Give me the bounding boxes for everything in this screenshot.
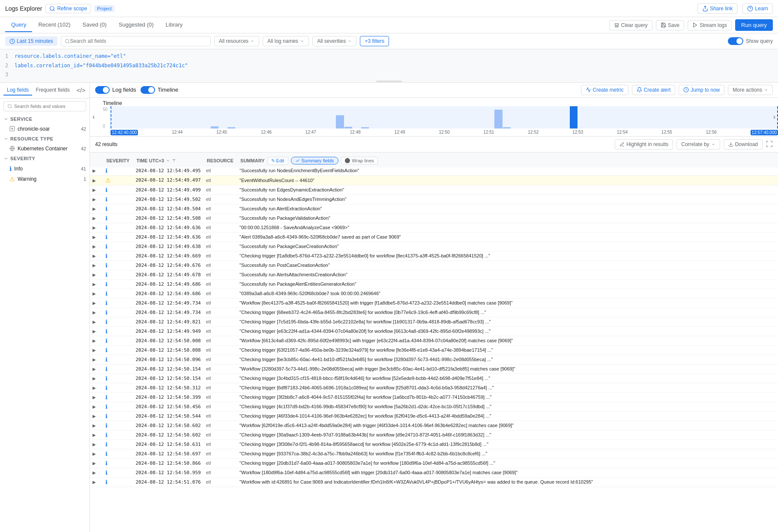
- expand-row-chevron[interactable]: ▶: [93, 272, 96, 277]
- expand-row-chevron[interactable]: ▶: [93, 480, 96, 484]
- severity-section-header[interactable]: SEVERITY: [0, 153, 90, 164]
- more-actions-button[interactable]: More actions: [728, 85, 773, 95]
- timeline-prev-button[interactable]: ‹: [91, 111, 96, 123]
- log-fields-tab[interactable]: Log fields: [3, 85, 32, 96]
- expand-row-chevron[interactable]: ▶: [93, 461, 96, 466]
- expand-row-chevron[interactable]: ▶: [93, 291, 96, 296]
- expand-row-chevron[interactable]: ▶: [93, 376, 96, 381]
- correlate-by-button[interactable]: Correlate by: [676, 139, 720, 149]
- expand-row-chevron[interactable]: ▶: [93, 178, 96, 183]
- query-line-1[interactable]: resource.labels.container_name="etl": [15, 52, 126, 61]
- time-filter[interactable]: Last 15 minutes: [5, 36, 57, 46]
- edit-button[interactable]: ✎ Edit: [267, 157, 288, 165]
- expand-row-chevron[interactable]: ▶: [93, 197, 96, 202]
- expand-row-chevron[interactable]: ▶: [93, 168, 96, 173]
- expand-row-chevron[interactable]: ▶: [93, 338, 96, 343]
- resource-cell: etl: [203, 421, 237, 430]
- wrap-lines-button[interactable]: Wrap lines: [341, 157, 378, 164]
- timeline-bar[interactable]: [361, 127, 369, 128]
- timeline-switch[interactable]: [141, 86, 155, 94]
- expand-row-chevron[interactable]: ▶: [93, 188, 96, 192]
- plus-filters-button[interactable]: +3 filters: [360, 36, 389, 46]
- expand-row-chevron[interactable]: ▶: [93, 329, 96, 334]
- resource-type-item-kubernetes[interactable]: Kubernetes Container 42: [0, 144, 90, 153]
- expand-row-chevron[interactable]: ▶: [93, 414, 96, 418]
- severity-item-info[interactable]: ℹ Info 41: [0, 164, 90, 174]
- expand-row-chevron[interactable]: ▶: [93, 320, 96, 324]
- learn-button[interactable]: Learn: [742, 3, 773, 14]
- summary-fields-button[interactable]: Summary fields: [291, 157, 339, 164]
- query-line-2[interactable]: labels.correlation_id="f044b4be0491495a8…: [15, 61, 188, 71]
- expand-row-chevron[interactable]: ▶: [93, 310, 96, 315]
- expand-row-chevron[interactable]: ▶: [93, 442, 96, 447]
- show-query-toggle[interactable]: Show query: [728, 37, 773, 45]
- learn-icon: [747, 6, 753, 12]
- timeline-bar[interactable]: [227, 127, 235, 128]
- expand-row-chevron[interactable]: ▶: [93, 263, 96, 268]
- expand-row-chevron[interactable]: ▶: [93, 282, 96, 287]
- log-names-filter[interactable]: All log names: [263, 36, 309, 46]
- tab-recent[interactable]: Recent (102): [32, 18, 76, 32]
- summary-cell: "Successfully run NodesAndEdgesTrimmingA…: [237, 194, 778, 204]
- expand-row-chevron[interactable]: ▶: [93, 433, 96, 437]
- expand-row-chevron[interactable]: ▶: [93, 423, 96, 428]
- expand-row-chevron[interactable]: ▶: [93, 451, 96, 456]
- frequent-fields-tab[interactable]: Frequent fields: [32, 85, 73, 96]
- expand-row-chevron[interactable]: ▶: [93, 386, 96, 390]
- expand-row-chevron[interactable]: ▶: [93, 254, 96, 258]
- expand-row-chevron[interactable]: ▶: [93, 301, 96, 305]
- stream-logs-button[interactable]: Stream logs: [688, 20, 732, 30]
- code-icon[interactable]: </>: [76, 86, 86, 95]
- clear-query-button[interactable]: Clear query: [609, 20, 652, 30]
- search-fields-input[interactable]: [14, 104, 82, 109]
- timeline-bar[interactable]: [344, 127, 352, 129]
- severity-item-warning[interactable]: ⚠ Warning 1: [0, 174, 90, 184]
- summary-cell: "Checking trigger [30a9aacf-1309-4eeb-97…: [237, 430, 778, 439]
- create-metric-button[interactable]: Create metric: [581, 85, 628, 95]
- search-all-fields-input[interactable]: [70, 38, 206, 44]
- severities-filter[interactable]: All severities: [312, 36, 356, 46]
- expand-row-chevron[interactable]: ▶: [93, 244, 96, 249]
- expand-row-chevron[interactable]: ▶: [93, 470, 96, 475]
- timeline-bar[interactable]: [494, 110, 502, 128]
- col-header-time[interactable]: TIME UTC+3: [133, 154, 203, 168]
- service-section-header[interactable]: SERVICE: [0, 114, 90, 124]
- tab-saved[interactable]: Saved (0): [77, 18, 113, 32]
- expand-row-chevron[interactable]: ▶: [93, 395, 96, 400]
- download-button[interactable]: Download: [724, 139, 763, 149]
- time-cell: 2024-08-12 12:54:50.312: [133, 383, 203, 392]
- expand-row-chevron[interactable]: ▶: [93, 357, 96, 362]
- expand-row-chevron[interactable]: ▶: [93, 216, 96, 221]
- table-row: ▶ℹ2024-08-12 12:54:50.312etl"Checking tr…: [90, 383, 778, 392]
- search-all-fields[interactable]: [61, 36, 211, 46]
- resource-type-section-header[interactable]: RESOURCE TYPE: [0, 134, 90, 144]
- timeline-bar[interactable]: [503, 127, 511, 128]
- expand-button[interactable]: ⛶: [766, 140, 773, 148]
- timeline-next-button[interactable]: ›: [772, 111, 777, 123]
- highlight-button[interactable]: Highlight in results: [615, 139, 673, 149]
- create-alert-button[interactable]: Create alert: [632, 85, 676, 95]
- expand-row-chevron[interactable]: ▶: [93, 367, 96, 371]
- resource-filter[interactable]: All resources: [214, 36, 259, 46]
- time-cell: 2024-08-12 12:54:49.638: [133, 242, 203, 251]
- jump-to-now-button[interactable]: Jump to now: [679, 85, 724, 95]
- expand-row-chevron[interactable]: ▶: [93, 225, 96, 230]
- refine-scope-button[interactable]: Refine scope: [45, 4, 91, 13]
- tab-suggested[interactable]: Suggested (0): [113, 18, 160, 32]
- resize-handle[interactable]: [376, 81, 402, 82]
- expand-row-chevron[interactable]: ▶: [93, 404, 96, 409]
- save-button[interactable]: Save: [656, 20, 684, 30]
- run-query-button[interactable]: Run query: [735, 19, 773, 31]
- show-query-switch[interactable]: [728, 37, 743, 45]
- tab-library[interactable]: Library: [160, 18, 189, 32]
- expand-row-chevron[interactable]: ▶: [93, 206, 96, 211]
- timeline-bar[interactable]: [570, 106, 578, 129]
- expand-row-chevron[interactable]: ▶: [93, 348, 96, 353]
- timeline-bar[interactable]: [336, 115, 344, 129]
- service-item-chronicle-soar[interactable]: chronicle-soar 42: [0, 124, 90, 134]
- expand-row-chevron[interactable]: ▶: [93, 235, 96, 239]
- tab-query[interactable]: Query: [5, 18, 32, 32]
- log-fields-switch[interactable]: [95, 86, 110, 94]
- share-link-button[interactable]: Share link: [697, 3, 737, 14]
- timeline-bar[interactable]: [211, 126, 218, 129]
